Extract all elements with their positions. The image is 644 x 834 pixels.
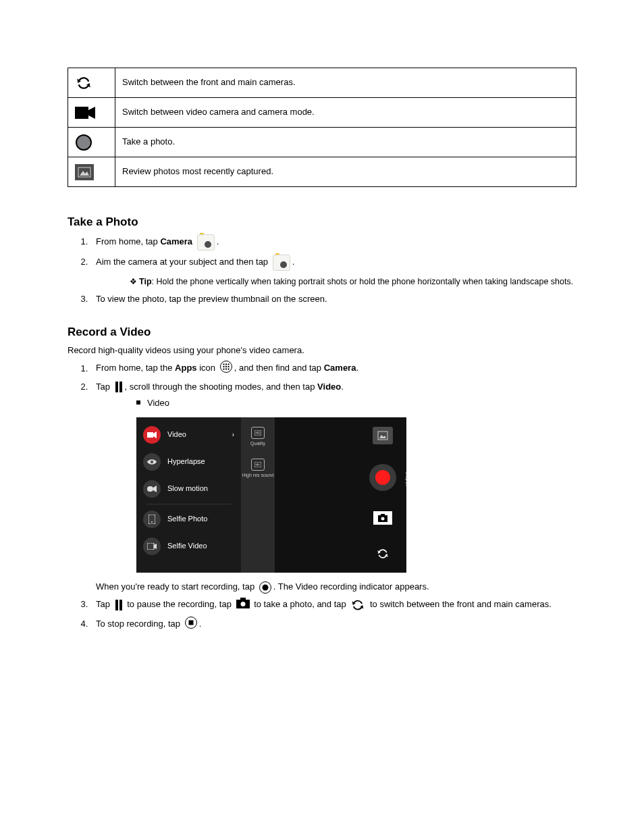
svg-rect-40 bbox=[188, 620, 193, 625]
switch-camera-icon bbox=[75, 74, 92, 92]
svg-rect-2 bbox=[75, 164, 94, 180]
stop-icon bbox=[185, 617, 197, 632]
mode-item-video[interactable]: Video › bbox=[136, 421, 241, 448]
mode-list: Video › Hyperlapse Slow motion bbox=[136, 417, 241, 573]
gallery-thumbnail-button[interactable] bbox=[373, 427, 393, 444]
svg-rect-7 bbox=[227, 364, 229, 365]
svg-rect-21 bbox=[147, 543, 154, 550]
gallery-icon-cell bbox=[68, 157, 115, 187]
video-mode-icon-cell bbox=[68, 98, 115, 128]
mode-item-selfie-photo[interactable]: Selfie Photo bbox=[136, 506, 241, 533]
video-camera-icon bbox=[75, 105, 95, 120]
take-photo-steps: From home, tap Camera . Aim the camera a… bbox=[90, 234, 576, 306]
record-video-intro: Record high-quality videos using your ph… bbox=[68, 344, 576, 357]
take-photo-step2: Aim the camera at your subject and then … bbox=[90, 255, 576, 288]
vertical-mode-label: video bbox=[403, 471, 406, 486]
take-photo-step1: From home, tap Camera . bbox=[90, 234, 576, 251]
rec-step2: Tap , scroll through the shooting modes,… bbox=[90, 381, 576, 594]
rec-step3: Tap to pause the recording, tap to take … bbox=[90, 598, 576, 613]
mode-pause-icon bbox=[115, 382, 123, 392]
svg-rect-16 bbox=[147, 432, 153, 438]
option-hires-sound[interactable]: High res sound bbox=[242, 459, 273, 478]
svg-rect-30 bbox=[381, 514, 385, 516]
chevron-right-icon: › bbox=[232, 430, 234, 440]
record-icon bbox=[259, 581, 271, 594]
gallery-desc: Review photos most recently captured. bbox=[115, 157, 576, 187]
shutter-desc: Take a photo. bbox=[115, 128, 576, 157]
video-mode-desc: Switch between video camera and camera m… bbox=[115, 98, 576, 128]
mode-item-selfie-video[interactable]: Selfie Video bbox=[136, 533, 241, 560]
record-video-steps: From home, tap the Apps icon , and then … bbox=[90, 361, 576, 631]
icon-description-table: Switch between the front and main camera… bbox=[68, 68, 576, 187]
svg-rect-9 bbox=[225, 366, 227, 367]
svg-rect-35 bbox=[119, 600, 122, 610]
pause-icon bbox=[115, 600, 123, 610]
tip-row: ❖ Tip: Hold the phone vertically when ta… bbox=[127, 276, 576, 288]
mode-item-slowmo[interactable]: Slow motion bbox=[136, 475, 241, 502]
switch-camera-icon-cell bbox=[68, 68, 115, 98]
record-button[interactable] bbox=[369, 464, 396, 491]
shutter-icon-cell bbox=[68, 128, 115, 157]
svg-point-33 bbox=[262, 584, 268, 590]
svg-text:HD: HD bbox=[255, 431, 261, 435]
snapshot-button[interactable] bbox=[373, 511, 392, 525]
svg-rect-13 bbox=[227, 369, 229, 370]
mode-item-hyperlapse[interactable]: Hyperlapse bbox=[136, 448, 241, 475]
camera-app-icon bbox=[197, 234, 215, 251]
svg-rect-8 bbox=[223, 366, 224, 367]
record-video-heading: Record a Video bbox=[68, 324, 576, 340]
svg-rect-10 bbox=[227, 366, 229, 367]
take-photo-step3: To view the photo, tap the preview thumb… bbox=[90, 293, 576, 305]
svg-rect-28 bbox=[378, 432, 387, 440]
svg-point-20 bbox=[151, 521, 153, 523]
svg-rect-18 bbox=[147, 486, 153, 492]
svg-point-17 bbox=[151, 461, 153, 463]
svg-rect-25 bbox=[256, 464, 257, 465]
svg-rect-6 bbox=[225, 364, 227, 365]
rec-step4: To stop recording, tap . bbox=[90, 617, 576, 632]
gallery-preview-icon bbox=[75, 164, 94, 180]
tip-bullet-icon: ❖ bbox=[127, 276, 139, 287]
svg-point-1 bbox=[76, 135, 91, 150]
svg-rect-27 bbox=[259, 464, 259, 465]
camera-app-icon bbox=[273, 255, 290, 271]
svg-rect-12 bbox=[225, 369, 227, 370]
shutter-icon bbox=[75, 134, 92, 151]
apps-grid-icon bbox=[220, 361, 232, 376]
take-photo-heading: Take a Photo bbox=[68, 214, 576, 230]
sub-bullet-video: Video bbox=[136, 397, 576, 409]
switch-camera-button[interactable] bbox=[373, 544, 392, 563]
camera-app-screenshot: Video › Hyperlapse Slow motion bbox=[136, 417, 406, 573]
mode-options-column: HD Quality High res sound bbox=[241, 417, 275, 573]
svg-rect-11 bbox=[223, 369, 224, 370]
svg-rect-5 bbox=[223, 364, 224, 365]
svg-rect-0 bbox=[75, 107, 88, 119]
svg-rect-34 bbox=[115, 600, 118, 610]
svg-rect-15 bbox=[119, 382, 122, 392]
snapshot-icon bbox=[236, 598, 250, 612]
svg-rect-26 bbox=[257, 463, 258, 466]
svg-rect-14 bbox=[115, 382, 118, 392]
rec-step1: From home, tap the Apps icon , and then … bbox=[90, 361, 576, 376]
svg-point-38 bbox=[240, 602, 245, 606]
switch-camera-icon bbox=[350, 598, 365, 613]
svg-rect-37 bbox=[240, 598, 246, 600]
switch-camera-desc: Switch between the front and main camera… bbox=[115, 68, 576, 98]
option-quality[interactable]: HD Quality bbox=[250, 427, 265, 446]
svg-point-31 bbox=[381, 517, 385, 520]
ready-to-record-line: When you're ready to start recording, ta… bbox=[96, 581, 576, 594]
